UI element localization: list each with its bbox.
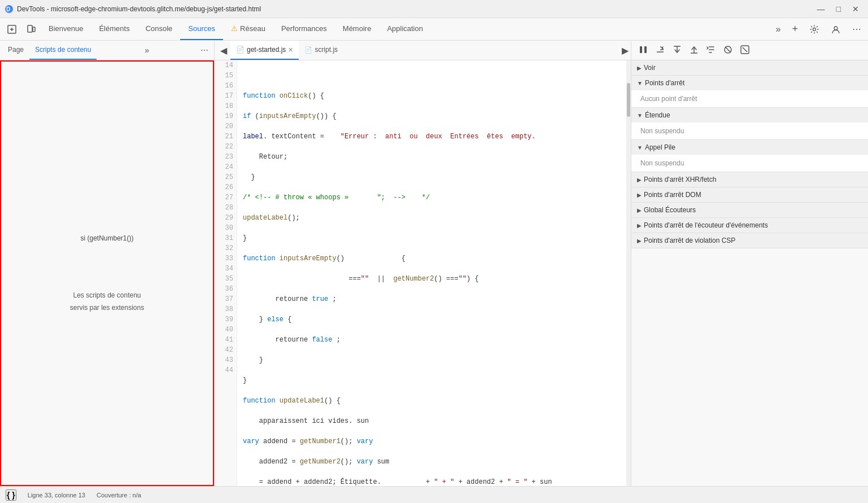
section-csp-header[interactable]: ▶ Points d'arrêt de violation CSP <box>631 233 868 248</box>
svg-rect-7 <box>644 46 647 53</box>
triangle-ecouteur: ▶ <box>637 222 642 229</box>
editor-tab-script[interactable]: 📄 script.js <box>299 41 343 60</box>
code-line-34: = addend + addend2; Étiquette. + " + " +… <box>243 477 621 486</box>
sidebar-empty-label-2: servis par les extensions <box>70 302 144 314</box>
tab-elements[interactable]: Éléments <box>91 18 137 40</box>
section-points-arret-header[interactable]: ▼ Points d'arrêt <box>631 76 868 90</box>
tab-memoire[interactable]: Mémoire <box>335 18 380 40</box>
section-xhr-fetch-header[interactable]: ▶ Points d'arrêt XHR/fetch <box>631 172 868 187</box>
code-container[interactable]: 14 15 16 17 18 19 20 21 22 23 24 25 26 2… <box>215 60 631 486</box>
devtools-icon: D <box>5 5 14 14</box>
tab-reseau[interactable]: ⚠ Réseau <box>223 18 273 40</box>
code-line-24: === "" || getNumber2() === "") { <box>243 274 621 284</box>
code-line-25: retourne true ; <box>243 294 621 304</box>
triangle-appel-pile: ▼ <box>637 145 643 151</box>
step-button[interactable] <box>704 43 718 58</box>
section-points-arret: ▼ Points d'arrêt Aucun point d'arrêt <box>631 76 868 108</box>
editor-area: ◀ 📄 get-started.js ✕ 📄 script.js ▶ 14 15… <box>215 41 631 486</box>
dont-pause-button[interactable] <box>738 43 752 58</box>
section-etendue-body: Non suspendu <box>631 123 868 139</box>
code-line-22: } <box>243 233 621 243</box>
section-global-label: Global Écouteurs <box>644 206 696 214</box>
editor-back-button[interactable]: ◀ <box>217 45 230 56</box>
code-line-17: label. textContent = "Erreur : anti ou d… <box>243 132 621 142</box>
right-toolbar <box>631 41 868 60</box>
tab-close-button[interactable]: ✕ <box>288 46 293 54</box>
code-line-26: } else { <box>243 314 621 325</box>
svg-line-16 <box>743 47 747 52</box>
section-csp-label: Points d'arrêt de violation CSP <box>644 237 735 244</box>
section-voir-label: Voir <box>644 64 656 72</box>
section-xhr-fetch: ▶ Points d'arrêt XHR/fetch <box>631 172 868 187</box>
section-dom-header[interactable]: ▶ Points d'arrêt DOM <box>631 187 868 202</box>
triangle-etendue: ▼ <box>637 112 643 119</box>
section-ecouteur: ▶ Points d'arrêt de l'écouteur d'événeme… <box>631 218 868 233</box>
maximize-button[interactable]: □ <box>832 3 845 15</box>
triangle-csp: ▶ <box>637 238 642 244</box>
editor-tab-get-started[interactable]: 📄 get-started.js ✕ <box>230 41 299 60</box>
inspect-element-button[interactable] <box>2 18 21 40</box>
sidebar-tab-page[interactable]: Page <box>2 41 29 60</box>
code-line-30: function updateLabe1() { <box>243 396 621 406</box>
vertical-scrollbar[interactable] <box>626 60 631 486</box>
section-appel-pile-body: Non suspendu <box>631 155 868 172</box>
code-editor[interactable]: function onC1ick() { if (inputsAreEmpty(… <box>237 60 626 486</box>
svg-rect-3 <box>28 25 32 32</box>
section-points-arret-label: Points d'arrêt <box>645 79 684 87</box>
code-line-16: if (inputsAreEmpty()) { <box>243 111 621 121</box>
step-over-button[interactable] <box>653 43 668 58</box>
sidebar-tab-scripts[interactable]: Scripts de contenu <box>29 41 97 60</box>
sidebar-empty-label-1: Les scripts de contenu <box>73 290 141 302</box>
section-etendue-header[interactable]: ▼ Étendue <box>631 108 868 123</box>
more-tabs-button[interactable]: » <box>771 24 786 34</box>
right-panel: ▶ Voir ▼ Points d'arrêt Aucun point d'ar… <box>631 41 868 486</box>
step-into-button[interactable] <box>670 43 684 58</box>
code-line-21: updateLabel(); <box>243 213 621 223</box>
editor-tabs: ◀ 📄 get-started.js ✕ 📄 script.js ▶ <box>215 41 631 60</box>
triangle-xhr: ▶ <box>637 177 642 183</box>
tab-application[interactable]: Application <box>379 18 431 40</box>
add-tab-button[interactable]: + <box>787 23 802 35</box>
step-out-button[interactable] <box>687 43 701 58</box>
title-bar: D DevTools - microsoft-edge-chromium-dev… <box>0 0 868 18</box>
profile-button[interactable] <box>826 24 845 34</box>
sidebar-options-button[interactable]: ⋯ <box>197 46 212 55</box>
triangle-voir: ▶ <box>637 65 642 71</box>
tab-bienvenue[interactable]: Bienvenue <box>41 18 91 40</box>
code-line-20: /* <!-- # throw « whoops » "; --> */ <box>243 193 621 203</box>
svg-text:D: D <box>6 6 10 12</box>
section-global-header[interactable]: ▶ Global Écouteurs <box>631 203 868 217</box>
editor-forward-button[interactable]: ▶ <box>622 45 629 56</box>
minimize-button[interactable]: — <box>813 3 830 15</box>
toolbar-right: » + ⋯ <box>771 18 866 40</box>
device-toolbar-button[interactable] <box>21 18 41 40</box>
format-button[interactable]: { } <box>6 489 16 501</box>
tab-console[interactable]: Console <box>138 18 181 40</box>
sidebar-more-button[interactable]: » <box>141 46 152 55</box>
pause-button[interactable] <box>636 43 651 58</box>
cursor-position: Ligne 33, colonne 13 <box>28 492 85 498</box>
code-line-33: addend2 = getNumber2(); vary sum <box>243 457 621 467</box>
tab-performances[interactable]: Performances <box>273 18 335 40</box>
si-label: si (getNumber1()) <box>80 233 133 245</box>
deactivate-breakpoints-button[interactable] <box>721 43 735 58</box>
left-sidebar: Page Scripts de contenu » ⋯ si (getNumbe… <box>0 41 215 486</box>
svg-rect-6 <box>640 46 642 53</box>
section-ecouteur-header[interactable]: ▶ Points d'arrêt de l'écouteur d'événeme… <box>631 218 868 233</box>
code-line-19: } <box>243 172 621 182</box>
settings-button[interactable] <box>805 24 824 34</box>
content-area: Page Scripts de contenu » ⋯ si (getNumbe… <box>0 41 868 486</box>
triangle-points-arret: ▼ <box>637 80 643 86</box>
section-points-arret-body: Aucun point d'arrêt <box>631 90 868 107</box>
section-appel-pile-header[interactable]: ▼ Appel Pile <box>631 140 868 155</box>
close-button[interactable]: ✕ <box>848 3 863 15</box>
section-voir-header[interactable]: ▶ Voir <box>631 60 868 75</box>
section-dom-label: Points d'arrêt DOM <box>644 191 701 199</box>
line-numbers: 14 15 16 17 18 19 20 21 22 23 24 25 26 2… <box>215 60 237 486</box>
coverage-status: Couverture : n/a <box>97 492 141 498</box>
scrollbar-thumb[interactable] <box>627 83 630 117</box>
sidebar-panel: si (getNumber1()) Les scripts de contenu… <box>0 60 214 486</box>
code-line-15: function onC1ick() { <box>243 91 621 101</box>
more-options-button[interactable]: ⋯ <box>848 24 866 34</box>
tab-sources[interactable]: Sources <box>180 18 223 40</box>
